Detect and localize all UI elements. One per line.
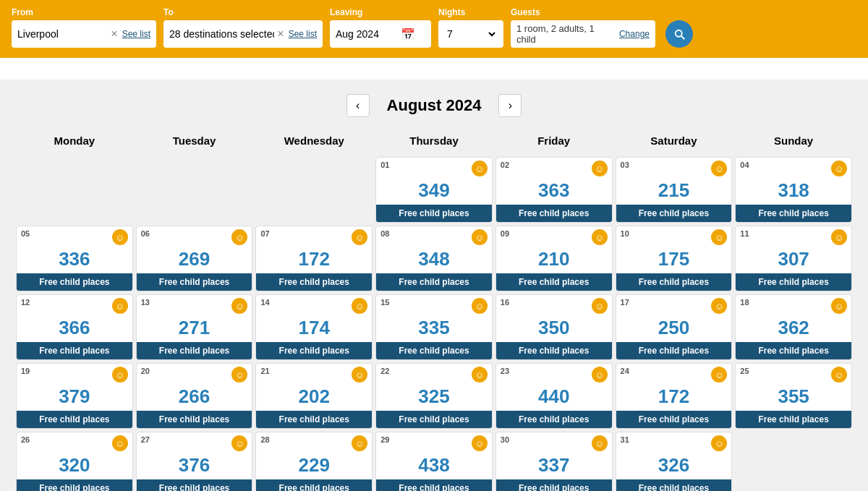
- day-header-thursday: Thursday: [374, 129, 494, 155]
- from-see-list-button[interactable]: See list: [122, 29, 150, 39]
- calendar-day-cell[interactable]: 14 ☺ 174 Free child places: [255, 294, 373, 360]
- cell-free-places: Free child places: [616, 479, 732, 491]
- cell-number: 363: [496, 178, 612, 205]
- cell-top: 02 ☺: [496, 158, 612, 178]
- calendar-day-cell[interactable]: 30 ☺ 337 Free child places: [495, 432, 613, 491]
- cell-top: 13 ☺: [137, 295, 252, 315]
- calendar-day-cell[interactable]: 17 ☺ 250 Free child places: [616, 294, 733, 360]
- calendar-day-cell[interactable]: 28 ☺ 229 Free child places: [255, 432, 373, 491]
- calendar-day-cell[interactable]: 04 ☺ 318 Free child places: [735, 157, 852, 223]
- calendar-day-cell[interactable]: 11 ☺ 307 Free child places: [735, 226, 852, 291]
- calendar-nav: ‹ August 2024 ›: [14, 94, 854, 117]
- calendar-day-cell[interactable]: 07 ☺ 172 Free child places: [255, 226, 373, 291]
- from-clear-icon[interactable]: ×: [111, 27, 117, 40]
- calendar-day-cell[interactable]: 13 ☺ 271 Free child places: [136, 294, 253, 360]
- cell-number: 202: [256, 384, 372, 411]
- cell-number: 271: [137, 315, 252, 342]
- empty-cell: [735, 432, 852, 491]
- cell-date: 27: [141, 435, 150, 444]
- smiley-icon: ☺: [831, 229, 847, 245]
- to-see-list-button[interactable]: See list: [289, 29, 317, 39]
- cell-date: 05: [21, 229, 30, 238]
- calendar-day-cell[interactable]: 02 ☺ 363 Free child places: [495, 157, 613, 223]
- from-label: From: [12, 7, 156, 17]
- smiley-icon: ☺: [592, 161, 608, 176]
- calendar-day-cell[interactable]: 05 ☺ 336 Free child places: [16, 226, 133, 291]
- calendar-day-cell[interactable]: 16 ☺ 350 Free child places: [495, 294, 613, 360]
- calendar-icon[interactable]: 📅: [401, 27, 415, 41]
- cell-top: 17 ☺: [616, 295, 732, 315]
- smiley-icon: ☺: [831, 367, 847, 383]
- smiley-icon: ☺: [711, 435, 727, 451]
- cell-top: 16 ☺: [496, 295, 612, 315]
- to-clear-icon[interactable]: ×: [277, 27, 284, 40]
- cell-number: 172: [256, 247, 372, 273]
- smiley-icon: ☺: [112, 298, 128, 314]
- calendar-day-cell[interactable]: 01 ☺ 349 Free child places: [375, 157, 493, 223]
- cell-top: 09 ☺: [496, 226, 612, 247]
- calendar-day-cell[interactable]: 18 ☺ 362 Free child places: [735, 294, 852, 360]
- cell-number: 325: [376, 384, 492, 411]
- calendar-section: ‹ August 2024 › MondayTuesdayWednesdayTh…: [7, 94, 861, 491]
- calendar-day-cell[interactable]: 08 ☺ 348 Free child places: [375, 226, 493, 291]
- cell-top: 12 ☺: [17, 295, 132, 315]
- calendar-day-cell[interactable]: 10 ☺ 175 Free child places: [616, 226, 733, 291]
- calendar-day-cell[interactable]: 03 ☺ 215 Free child places: [616, 157, 733, 223]
- cell-free-places: Free child places: [496, 479, 612, 491]
- calendar-day-cell[interactable]: 27 ☺ 376 Free child places: [136, 432, 253, 491]
- cell-number: 174: [256, 315, 372, 342]
- cell-number: 366: [17, 315, 132, 342]
- cell-top: 04 ☺: [736, 158, 851, 178]
- calendar-day-cell[interactable]: 09 ☺ 210 Free child places: [495, 226, 613, 291]
- calendar-day-cell[interactable]: 19 ☺ 379 Free child places: [16, 363, 133, 429]
- smiley-icon: ☺: [352, 367, 367, 383]
- cell-number: 215: [616, 178, 732, 205]
- calendar-day-cell[interactable]: 20 ☺ 266 Free child places: [136, 363, 253, 429]
- day-header-wednesday: Wednesday: [254, 129, 374, 155]
- from-input[interactable]: [17, 28, 108, 40]
- cell-number: 348: [376, 247, 492, 273]
- cell-date: 21: [260, 367, 269, 375]
- calendar-day-cell[interactable]: 21 ☺ 202 Free child places: [255, 363, 373, 429]
- cell-top: 20 ☺: [137, 364, 252, 384]
- calendar-day-cell[interactable]: 23 ☺ 440 Free child places: [495, 363, 613, 429]
- cell-top: 14 ☺: [256, 295, 372, 315]
- prev-month-button[interactable]: ‹: [346, 94, 370, 117]
- to-label: To: [163, 7, 323, 17]
- guests-change-button[interactable]: Change: [619, 29, 650, 39]
- calendar-day-cell[interactable]: 25 ☺ 355 Free child places: [735, 363, 852, 429]
- cell-free-places: Free child places: [17, 479, 132, 491]
- cell-date: 03: [621, 161, 629, 169]
- leaving-input[interactable]: [336, 28, 401, 40]
- next-month-button[interactable]: ›: [498, 94, 522, 117]
- calendar-day-cell[interactable]: 29 ☺ 438 Free child places: [375, 432, 493, 491]
- cell-number: 318: [736, 178, 851, 205]
- calendar-day-cell[interactable]: 24 ☺ 172 Free child places: [616, 363, 733, 429]
- cell-number: 229: [256, 453, 372, 479]
- cell-number: 175: [616, 247, 732, 273]
- cell-date: 20: [141, 367, 150, 375]
- smiley-icon: ☺: [231, 229, 247, 245]
- cell-date: 29: [380, 435, 389, 444]
- calendar-day-cell[interactable]: 15 ☺ 335 Free child places: [375, 294, 493, 360]
- cell-number: 350: [496, 315, 612, 342]
- smiley-icon: ☺: [231, 298, 247, 314]
- cell-top: 18 ☺: [736, 295, 851, 315]
- cell-free-places: Free child places: [256, 273, 372, 291]
- calendar-day-cell[interactable]: 26 ☺ 320 Free child places: [16, 432, 133, 491]
- nights-select[interactable]: 7 14: [444, 27, 498, 40]
- calendar-day-cell[interactable]: 12 ☺ 366 Free child places: [16, 294, 133, 360]
- calendar-day-cell[interactable]: 31 ☺ 326 Free child places: [616, 432, 733, 491]
- cell-free-places: Free child places: [17, 342, 132, 359]
- calendar-day-cell[interactable]: 06 ☺ 269 Free child places: [136, 226, 253, 291]
- cell-free-places: Free child places: [376, 411, 492, 428]
- cell-top: 06 ☺: [137, 226, 252, 247]
- to-input[interactable]: [169, 28, 274, 40]
- nights-label: Nights: [438, 7, 503, 17]
- search-button[interactable]: [665, 20, 693, 48]
- cell-top: 08 ☺: [376, 226, 492, 247]
- cell-date: 09: [501, 229, 509, 238]
- cell-free-places: Free child places: [496, 342, 612, 359]
- guests-field: Guests 1 room, 2 adults, 1 child Change: [511, 7, 655, 48]
- calendar-day-cell[interactable]: 22 ☺ 325 Free child places: [375, 363, 493, 429]
